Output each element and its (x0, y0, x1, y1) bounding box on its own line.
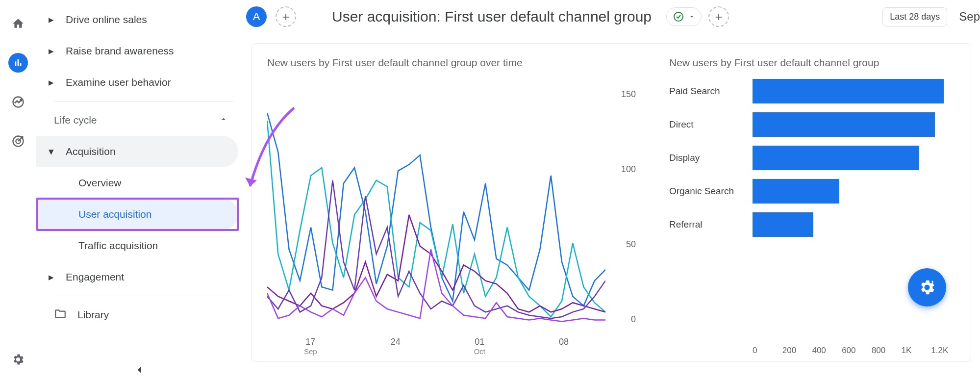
chevron-down-icon: ▾ (45, 146, 57, 157)
nav-label: Raise brand awareness (66, 45, 174, 57)
bar-row: Organic Search (669, 175, 961, 208)
main-content: A + User acquisition: First user default… (242, 0, 980, 383)
bar-label: Direct (669, 119, 753, 130)
line-chart: 150 100 50 0 17Sep 24 01Oct 08 (267, 75, 640, 356)
subnav-label: Traffic acquisition (78, 240, 158, 252)
report-status-dropdown[interactable] (666, 7, 702, 26)
bar-chart-title: New users by First user default channel … (669, 55, 961, 70)
nav-engagement[interactable]: ▸ Engagement (36, 261, 238, 293)
divider (314, 6, 314, 27)
explore-icon[interactable] (8, 92, 28, 112)
subnav-traffic-acquisition[interactable]: Traffic acquisition (36, 230, 238, 261)
line-y-axis: 150 100 50 0 (615, 89, 640, 325)
subnav-label: User acquisition (78, 208, 151, 220)
nav-drive-online-sales[interactable]: ▸ Drive online sales (36, 4, 238, 35)
bar-x-axis: 02004006008001K1.2K (669, 346, 961, 356)
nav-label: Examine user behavior (66, 77, 171, 88)
page-title: User acquisition: First user default cha… (332, 8, 652, 25)
nav-label: Engagement (66, 271, 124, 283)
line-chart-title: New users by First user default channel … (267, 55, 640, 70)
bar-fill (753, 112, 935, 137)
chevron-right-icon: ▸ (45, 45, 57, 57)
reports-icon[interactable] (8, 53, 28, 73)
subnav-overview[interactable]: Overview (36, 167, 238, 199)
bar-label: Paid Search (669, 86, 753, 97)
nav-library[interactable]: Library (36, 299, 242, 331)
bar-row: Referral (669, 208, 961, 241)
bar-label: Organic Search (669, 186, 753, 197)
chevron-up-icon (219, 114, 228, 127)
nav-raise-brand-awareness[interactable]: ▸ Raise brand awareness (36, 35, 238, 67)
section-life-cycle[interactable]: Life cycle (36, 104, 242, 136)
nav-acquisition[interactable]: ▾ Acquisition (36, 136, 238, 167)
collapse-sidebar-button[interactable] (133, 363, 146, 378)
line-chart-panel: New users by First user default channel … (267, 55, 640, 356)
date-range-text: Sep (959, 10, 980, 24)
subnav-user-acquisition[interactable]: User acquisition (36, 199, 238, 230)
home-icon[interactable] (8, 14, 28, 33)
chevron-down-icon (688, 13, 695, 20)
library-label: Library (77, 309, 109, 321)
line-x-axis: 17Sep 24 01Oct 08 (267, 337, 605, 356)
chevron-right-icon: ▸ (45, 77, 57, 88)
section-label: Life cycle (54, 114, 97, 126)
bar-chart-panel: New users by First user default channel … (669, 55, 961, 356)
folder-icon (54, 307, 67, 323)
bar-row: Direct (669, 108, 961, 141)
subnav-label: Overview (78, 177, 122, 189)
bar-fill (753, 146, 919, 170)
add-segment-button[interactable]: + (276, 6, 296, 27)
bar-fill (753, 212, 813, 237)
icon-rail (0, 0, 36, 383)
bar-fill (753, 79, 944, 103)
sidebar: ▸ Drive online sales ▸ Raise brand aware… (36, 0, 242, 383)
admin-gear-icon[interactable] (8, 350, 28, 369)
chevron-right-icon: ▸ (45, 14, 57, 26)
bar-label: Display (669, 153, 753, 163)
advertising-icon[interactable] (8, 131, 28, 151)
bar-label: Referral (669, 219, 753, 230)
date-range-picker[interactable]: Last 28 days (882, 7, 947, 26)
segment-badge[interactable]: A (246, 6, 267, 27)
nav-examine-user-behavior[interactable]: ▸ Examine user behavior (36, 67, 238, 98)
svg-point-4 (674, 12, 683, 21)
nav-label: Acquisition (66, 146, 116, 157)
check-circle-icon (673, 11, 684, 23)
bar-fill (753, 179, 839, 204)
topbar: A + User acquisition: First user default… (242, 6, 980, 27)
nav-label: Drive online sales (66, 14, 147, 26)
sparkle-gear-icon (918, 278, 936, 297)
bar-row: Paid Search (669, 75, 961, 108)
chevron-right-icon: ▸ (45, 271, 57, 283)
insights-fab[interactable] (908, 268, 946, 306)
add-comparison-button[interactable]: + (708, 6, 729, 27)
bar-row: Display (669, 141, 961, 175)
report-card: New users by First user default channel … (251, 43, 971, 362)
